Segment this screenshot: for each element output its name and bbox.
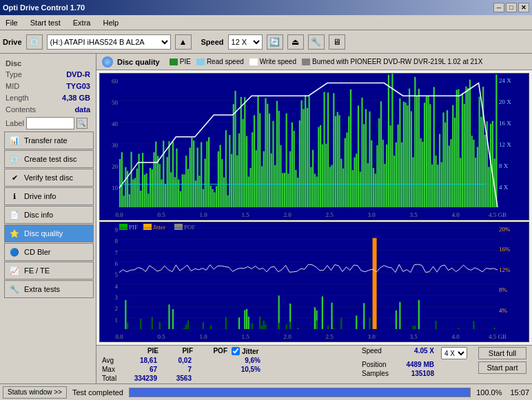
jitter-header: Jitter [242, 348, 258, 355]
sidebar-item-disc-info-label: Disc info [24, 211, 53, 219]
progress-bar-fill [130, 388, 470, 397]
sidebar-item-verify-test-disc[interactable]: ✔ Verify test disc [4, 169, 94, 187]
status-window-button[interactable]: Status window >> [3, 386, 67, 399]
sidebar-item-disc-quality[interactable]: ⭐ Disc quality [4, 224, 94, 242]
close-button[interactable]: ✕ [518, 3, 529, 12]
menu-start-test[interactable]: Start test [28, 17, 63, 28]
bottom-chart [99, 222, 529, 342]
menu-file[interactable]: File [3, 17, 21, 28]
position-value: 4489 MB [404, 361, 434, 368]
disc-label-input[interactable] [26, 117, 74, 129]
disc-info-icon: 📄 [9, 209, 20, 220]
cd-bler-icon: 🔵 [9, 246, 20, 257]
burned-legend-label: Burned with PIONEER DVD-RW DVR-219L 1.02… [312, 58, 482, 65]
max-pof [196, 366, 226, 373]
speed-setting-dropdown[interactable]: 4 X [441, 347, 467, 359]
chart-header: Disc quality PIE Read speed Write speed … [96, 54, 532, 70]
drive-icon: 💿 [26, 34, 43, 50]
write-speed-legend-box [249, 59, 258, 65]
start-part-button[interactable]: Start part [478, 361, 526, 374]
disc-contents-row: Contents data [1, 104, 94, 115]
verify-test-disc-icon: ✔ [9, 172, 20, 183]
disc-type-row: Type DVD-R [1, 69, 94, 80]
eject-icon[interactable]: ⏏ [287, 34, 304, 50]
disc-section-header: Disc [1, 56, 94, 69]
status-time: 15:07 [510, 388, 529, 397]
sidebar-item-extra-tests[interactable]: 🔧 Extra tests [4, 280, 94, 298]
disc-length-row: Length 4,38 GB [1, 92, 94, 103]
create-test-disc-icon: 💿 [9, 154, 20, 165]
progress-bar-container [129, 388, 471, 397]
stats-header-row: PIE PIF POF Jitter [102, 347, 287, 355]
refresh-icon[interactable]: 🔄 [267, 34, 283, 50]
speed-dropdown[interactable]: 12 X [228, 34, 263, 50]
sidebar-item-verify-test-disc-label: Verify test disc [24, 173, 73, 182]
progress-percent: 100.0% [476, 388, 502, 397]
total-jitter [230, 375, 285, 382]
disc-label-icon[interactable]: 🔍 [76, 118, 88, 129]
window-controls: ─ □ ✕ [493, 3, 529, 12]
maximize-button[interactable]: □ [506, 3, 517, 12]
pie-legend-label: PIE [180, 58, 191, 65]
speed-label-stat: Speed [362, 347, 400, 359]
top-chart-canvas [100, 74, 529, 220]
disc-quality-icon: ⭐ [9, 228, 20, 239]
charts-container [96, 70, 532, 345]
sidebar-item-extra-tests-label: Extra tests [24, 285, 60, 293]
start-full-button[interactable]: Start full [478, 347, 526, 359]
avg-pif: 0,02 [161, 357, 192, 364]
stats-bar: PIE PIF POF Jitter Avg 18,61 0,02 9,6% [96, 345, 532, 383]
menu-extra[interactable]: Extra [70, 17, 94, 28]
sidebar-item-create-test-disc-label: Create test disc [24, 155, 76, 163]
chart-title: Disc quality [117, 58, 160, 66]
sidebar-item-cd-bler[interactable]: 🔵 CD Bler [4, 243, 94, 261]
stats-right: Speed 4.05 X 4 X Position 4489 MB Sample… [362, 347, 526, 377]
top-chart-legend: PIE Read speed Write speed Burned with P… [170, 58, 483, 65]
disc-type-label: Type [6, 70, 22, 78]
drive-label: Drive [3, 38, 22, 46]
minimize-button[interactable]: ─ [493, 3, 504, 12]
read-speed-legend-label: Read speed [207, 58, 244, 65]
max-jitter: 10,5% [230, 366, 260, 373]
disc-mid-row: MID TYG03 [1, 81, 94, 92]
sidebar-item-transfer-rate[interactable]: 📊 Transfer rate [4, 131, 94, 149]
pof-header: POF [197, 347, 227, 355]
action-buttons: Start full Start part [478, 347, 526, 377]
disc-mid-value: TYG03 [66, 82, 90, 90]
speed-row: Speed 4.05 X 4 X [362, 347, 467, 359]
menu-help[interactable]: Help [100, 17, 121, 28]
sidebar-item-fe-te[interactable]: 📈 FE / TE [4, 262, 94, 280]
burned-legend-box [302, 59, 310, 65]
sidebar-item-create-test-disc[interactable]: 💿 Create test disc [4, 150, 94, 168]
jitter-checkbox[interactable] [232, 347, 240, 355]
pie-header: PIE [128, 347, 158, 355]
drive-settings-icon[interactable]: ▲ [175, 34, 192, 50]
sidebar-item-drive-info[interactable]: ℹ Drive info [4, 187, 94, 205]
max-pif: 7 [161, 366, 192, 373]
disc-length-label: Length [6, 94, 29, 102]
drive-dropdown[interactable]: (H:) ATAPI iHAS524 B AL2A [47, 34, 171, 50]
monitor-icon[interactable]: 🖥 [329, 34, 345, 50]
disc-label-label: Label [6, 119, 24, 127]
samples-label: Samples [362, 370, 400, 377]
status-bar: Status window >> Test completed 100.0% 1… [0, 383, 532, 400]
avg-jitter: 9,6% [230, 357, 260, 364]
sidebar: Disc Type DVD-R MID TYG03 Length 4,38 GB… [0, 54, 96, 383]
sidebar-item-transfer-rate-label: Transfer rate [24, 136, 68, 145]
sidebar-item-disc-info[interactable]: 📄 Disc info [4, 206, 94, 224]
pie-legend-box [170, 59, 178, 65]
stats-table: PIE PIF POF Jitter Avg 18,61 0,02 9,6% [102, 347, 287, 382]
stats-max-row: Max 67 7 10,5% [102, 366, 287, 373]
toolbar: Drive 💿 (H:) ATAPI iHAS524 B AL2A ▲ Spee… [0, 30, 532, 54]
sidebar-item-disc-quality-label: Disc quality [24, 229, 63, 238]
main-container: Disc Type DVD-R MID TYG03 Length 4,38 GB… [0, 54, 532, 383]
position-row: Position 4489 MB [362, 361, 467, 368]
samples-row: Samples 135108 [362, 370, 467, 377]
position-label: Position [362, 361, 400, 368]
chart-title-icon [102, 56, 113, 67]
stats-right-info: Speed 4.05 X 4 X Position 4489 MB Sample… [362, 347, 467, 377]
transfer-rate-icon: 📊 [9, 135, 20, 146]
avg-pof [196, 357, 226, 364]
options-icon[interactable]: 🔧 [308, 34, 325, 50]
max-pie: 67 [127, 366, 157, 373]
